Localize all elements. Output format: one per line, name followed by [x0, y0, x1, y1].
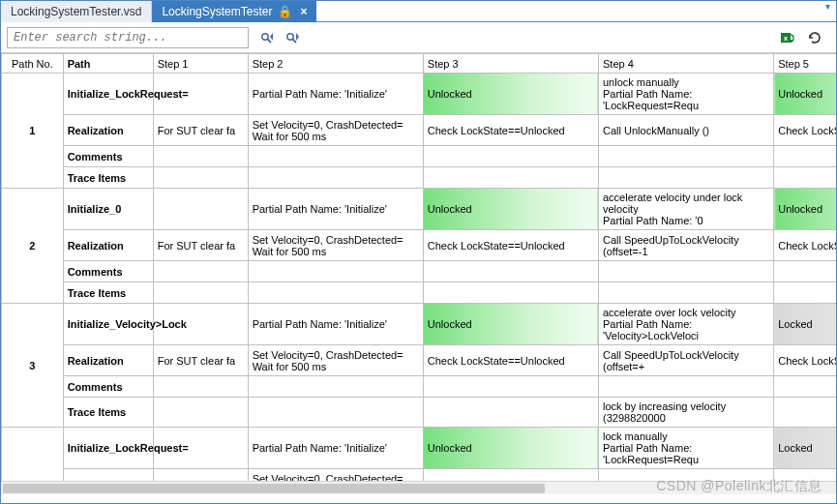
svg-line-3 — [293, 39, 297, 43]
col-step3[interactable]: Step 3 — [423, 54, 598, 74]
row-label: Trace Items — [63, 398, 153, 428]
scroll-thumb[interactable] — [3, 484, 545, 493]
trace-row[interactable]: Trace Itemslock by increasing velocity (… — [2, 398, 837, 428]
tab-overflow-icon[interactable]: ▾ — [819, 1, 836, 21]
cell — [599, 282, 774, 304]
path-row[interactable]: 2Initialize_0Partial Path Name: 'Initial… — [2, 189, 837, 230]
path-table: Path No. Path Step 1 Step 2 Step 3 Step … — [1, 53, 836, 481]
state-cell: Locked — [774, 428, 836, 469]
cell — [423, 282, 598, 304]
realization-row[interactable]: RealizationFor SUT clear faSet Velocity=… — [2, 230, 837, 261]
search-input[interactable] — [7, 27, 249, 48]
realization-row[interactable]: RealizationFor SUT clear faSet Velocity=… — [2, 469, 837, 482]
svg-point-0 — [262, 33, 268, 39]
cell: Call SpeedUpToLockVelocity (offset=+ — [599, 345, 774, 376]
row-label: Trace Items — [63, 167, 153, 189]
tab-active[interactable]: LockingSystemTester 🔒 × — [152, 1, 316, 22]
comments-row[interactable]: Comments — [2, 261, 837, 282]
cell: Call SpeedUpToLockVelocity (offset=-1 — [599, 230, 774, 261]
cell — [153, 146, 248, 167]
cell: Check LockState==Unlocked — [423, 230, 598, 261]
cell: Set Velocity=0, CrashDetected=Wait for 5… — [248, 230, 423, 261]
path-row[interactable]: 3Initialize_Velocity>LockPartial Path Na… — [2, 304, 837, 345]
cell — [774, 167, 836, 189]
path-no: 2 — [2, 189, 64, 304]
export-excel-icon[interactable]: x — [780, 30, 795, 45]
grid-scroll[interactable]: Path No. Path Step 1 Step 2 Step 3 Step … — [1, 53, 836, 481]
toolbar: x — [1, 22, 836, 53]
row-label: Realization — [63, 115, 153, 146]
find-prev-icon[interactable] — [260, 30, 276, 45]
state-cell: Unlocked — [774, 189, 836, 230]
cell — [423, 167, 598, 189]
row-label: Realization — [63, 230, 153, 261]
cell: Call LockManually () — [599, 469, 774, 482]
row-label: Realization — [63, 469, 153, 482]
cell — [153, 398, 248, 428]
path-no: 1 — [2, 74, 64, 189]
cell: Check LockState==Unlocked — [423, 345, 598, 376]
state-cell: Unlocked — [423, 428, 598, 469]
cell: Partial Path Name: 'Initialize' — [248, 74, 423, 115]
cell — [248, 261, 423, 282]
cell: For SUT clear fa — [153, 469, 248, 482]
cell — [599, 167, 774, 189]
tab-bar: LockingSystemTester.vsd LockingSystemTes… — [1, 1, 836, 22]
cell — [423, 398, 598, 428]
col-path[interactable]: Path — [63, 54, 153, 74]
realization-row[interactable]: RealizationFor SUT clear faSet Velocity=… — [2, 115, 837, 146]
path-label: Initialize_LockRequest= — [63, 428, 153, 469]
cell — [248, 376, 423, 398]
col-pathno[interactable]: Path No. — [2, 54, 64, 74]
cell: Check LockState==Unlocked — [774, 230, 836, 261]
state-cell: Unlocked — [774, 74, 836, 115]
comments-row[interactable]: Comments — [2, 146, 837, 167]
cell: Partial Path Name: 'Initialize' — [248, 428, 423, 469]
row-label: Comments — [63, 261, 153, 282]
col-step1[interactable]: Step 1 — [153, 54, 248, 74]
find-next-icon[interactable] — [285, 30, 301, 45]
cell — [774, 282, 836, 304]
cell — [423, 376, 598, 398]
close-icon[interactable]: × — [300, 5, 307, 18]
cell: Set Velocity=0, CrashDetected=Wait for 5… — [248, 115, 423, 146]
tab-inactive[interactable]: LockingSystemTester.vsd — [1, 1, 152, 22]
row-label: Comments — [63, 146, 153, 167]
state-cell: Unlocked — [423, 304, 598, 345]
path-no: 4 — [2, 428, 64, 482]
cell — [423, 146, 598, 167]
cell: For SUT clear fa — [153, 230, 248, 261]
lock-icon: 🔒 — [278, 5, 292, 18]
cell: Check LockState==Unlocked — [423, 469, 598, 482]
cell: Set Velocity=0, CrashDetected=Wait for 5… — [248, 469, 423, 482]
trace-row[interactable]: Trace Items — [2, 282, 837, 304]
cell — [153, 376, 248, 398]
cell: accelerate over lock velocityPartial Pat… — [599, 304, 774, 345]
cell — [153, 167, 248, 189]
state-cell: Unlocked — [423, 74, 598, 115]
col-step5[interactable]: Step 5 — [774, 54, 836, 74]
svg-line-1 — [268, 39, 272, 43]
path-label: Initialize_Velocity>Lock — [63, 304, 153, 345]
refresh-icon[interactable] — [807, 30, 822, 45]
state-cell: Unlocked — [423, 189, 598, 230]
path-row[interactable]: 4Initialize_LockRequest=Partial Path Nam… — [2, 428, 837, 469]
cell — [248, 282, 423, 304]
col-step2[interactable]: Step 2 — [248, 54, 423, 74]
cell — [153, 189, 248, 230]
tab-label: LockingSystemTester.vsd — [11, 5, 141, 18]
path-row[interactable]: 1Initialize_LockRequest=Partial Path Nam… — [2, 74, 837, 115]
cell — [599, 376, 774, 398]
col-step4[interactable]: Step 4 — [599, 54, 774, 74]
path-label: Initialize_0 — [63, 189, 153, 230]
comments-row[interactable]: Comments — [2, 376, 837, 398]
row-label: Realization — [63, 345, 153, 376]
tab-label: LockingSystemTester — [162, 5, 272, 18]
realization-row[interactable]: RealizationFor SUT clear faSet Velocity=… — [2, 345, 837, 376]
cell: Call UnlockManually () — [599, 115, 774, 146]
cell — [248, 146, 423, 167]
horizontal-scrollbar[interactable] — [1, 481, 836, 494]
svg-point-2 — [287, 33, 293, 39]
path-label: Initialize_LockRequest= — [63, 74, 153, 115]
trace-row[interactable]: Trace Items — [2, 167, 837, 189]
